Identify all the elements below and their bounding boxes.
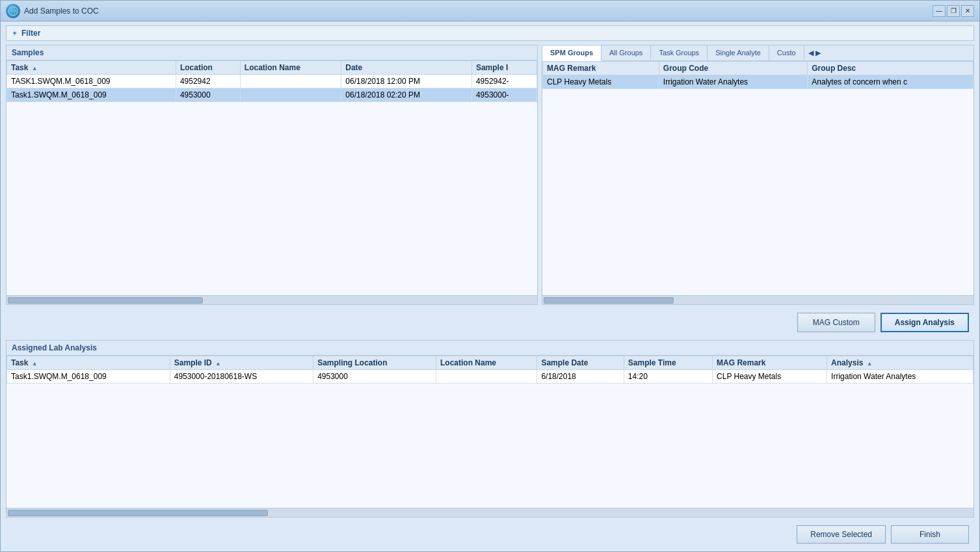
assigned-panel: Assigned Lab Analysis Task ▲ Sample ID ▲… bbox=[6, 340, 974, 518]
sample-task-cell: Task1.SWQM.M_0618_009 bbox=[7, 88, 176, 102]
bottom-buttons-row: Remove Selected Finish bbox=[6, 521, 974, 547]
assign-analysis-button[interactable]: Assign Analysis bbox=[881, 313, 969, 332]
assigned-task-sort-icon: ▲ bbox=[32, 360, 38, 367]
sample-id-cell: 4952942- bbox=[471, 75, 536, 88]
group-code-cell: Irrigation Water Analytes bbox=[659, 75, 807, 89]
tab-spm-groups[interactable]: SPM Groups bbox=[542, 46, 602, 61]
filter-bar: ✦ Filter bbox=[6, 25, 974, 41]
window-title: Add Samples to COC bbox=[24, 7, 99, 16]
groups-col-group-code[interactable]: Group Code bbox=[659, 62, 807, 75]
sample-task-cell: TASK1.SWQM.M_0618_009 bbox=[7, 75, 176, 88]
assigned-mag-remark-cell: CLP Heavy Metals bbox=[713, 370, 827, 384]
samples-col-task[interactable]: Task ▲ bbox=[7, 61, 176, 75]
filter-label: Filter bbox=[21, 29, 40, 38]
sample-location-name-cell bbox=[240, 88, 341, 102]
samples-col-sample-id[interactable]: Sample I bbox=[471, 61, 536, 75]
filter-icon: ✦ bbox=[12, 29, 18, 38]
tab-scroll-arrow[interactable]: ◀ ▶ bbox=[804, 46, 825, 60]
samples-col-location[interactable]: Location bbox=[176, 61, 240, 75]
groups-table-container[interactable]: MAG Remark Group Code Group Desc CLP Hea… bbox=[542, 61, 973, 295]
restore-button[interactable]: ❐ bbox=[947, 5, 960, 17]
assigned-analysis-cell: Irrigation Water Analytes bbox=[827, 370, 973, 384]
samples-col-location-name[interactable]: Location Name bbox=[240, 61, 341, 75]
samples-col-date[interactable]: Date bbox=[341, 61, 472, 75]
remove-selected-button[interactable]: Remove Selected bbox=[797, 525, 886, 544]
sample-location-cell: 4952942 bbox=[176, 75, 240, 88]
sample-date-cell: 06/18/2018 02:20 PM bbox=[341, 88, 472, 102]
groups-col-group-desc[interactable]: Group Desc bbox=[808, 62, 973, 75]
middle-buttons-row: MAG Custom Assign Analysis bbox=[6, 309, 974, 336]
group-mag-remark-cell: CLP Heavy Metals bbox=[543, 75, 659, 89]
tab-single-analyte[interactable]: Single Analyte bbox=[708, 46, 769, 60]
groups-table-row[interactable]: CLP Heavy Metals Irrigation Water Analyt… bbox=[543, 75, 973, 89]
samples-table-row[interactable]: TASK1.SWQM.M_0618_009 4952942 06/18/2018… bbox=[7, 75, 537, 88]
close-button[interactable]: ✕ bbox=[961, 5, 974, 17]
app-icon bbox=[6, 4, 20, 18]
samples-scrollbar[interactable] bbox=[7, 295, 537, 304]
assigned-panel-header: Assigned Lab Analysis bbox=[7, 341, 973, 356]
assigned-scrollbar[interactable] bbox=[7, 508, 973, 517]
samples-table-container[interactable]: Task ▲ Location Location Name Date Sampl… bbox=[7, 60, 537, 295]
groups-panel: SPM Groups All Groups Task Groups Single… bbox=[542, 45, 974, 305]
group-desc-cell: Analytes of concern when c bbox=[808, 75, 973, 89]
minimize-button[interactable]: — bbox=[933, 5, 946, 17]
tab-all-groups[interactable]: All Groups bbox=[602, 46, 651, 60]
mag-custom-button[interactable]: MAG Custom bbox=[797, 313, 875, 332]
groups-scrollbar[interactable] bbox=[542, 295, 973, 304]
groups-col-mag-remark[interactable]: MAG Remark bbox=[543, 62, 659, 75]
samples-table: Task ▲ Location Location Name Date Sampl… bbox=[7, 60, 537, 102]
assigned-table: Task ▲ Sample ID ▲ Sampling Location Loc… bbox=[7, 356, 973, 384]
samples-panel-header: Samples bbox=[7, 46, 537, 60]
groups-table: MAG Remark Group Code Group Desc CLP Hea… bbox=[542, 61, 973, 89]
assigned-table-container[interactable]: Task ▲ Sample ID ▲ Sampling Location Loc… bbox=[7, 356, 973, 508]
assigned-location-name-cell bbox=[436, 370, 536, 384]
tabs-bar: SPM Groups All Groups Task Groups Single… bbox=[542, 46, 973, 61]
window-content: ✦ Filter Samples Task ▲ Location bbox=[1, 21, 979, 551]
title-bar-controls: — ❐ ✕ bbox=[933, 5, 974, 17]
assigned-col-sample-id[interactable]: Sample ID ▲ bbox=[170, 356, 313, 370]
samples-table-row[interactable]: Task1.SWQM.M_0618_009 4953000 06/18/2018… bbox=[7, 88, 537, 102]
assigned-col-sample-date[interactable]: Sample Date bbox=[537, 356, 624, 370]
assigned-sample-id-cell: 4953000-20180618-WS bbox=[170, 370, 313, 384]
sample-date-cell: 06/18/2018 12:00 PM bbox=[341, 75, 472, 88]
main-panels: Samples Task ▲ Location Location Name Da… bbox=[6, 45, 974, 305]
assigned-col-analysis[interactable]: Analysis ▲ bbox=[827, 356, 973, 370]
title-bar: Add Samples to COC — ❐ ✕ bbox=[1, 1, 979, 21]
assigned-table-row[interactable]: Task1.SWQM.M_0618_009 4953000-20180618-W… bbox=[7, 370, 973, 384]
assigned-col-task[interactable]: Task ▲ bbox=[7, 356, 170, 370]
assigned-col-mag-remark[interactable]: MAG Remark bbox=[713, 356, 827, 370]
assigned-col-location-name[interactable]: Location Name bbox=[436, 356, 536, 370]
sample-location-name-cell bbox=[240, 75, 341, 88]
tab-task-groups[interactable]: Task Groups bbox=[651, 46, 708, 60]
assigned-sampling-location-cell: 4953000 bbox=[313, 370, 436, 384]
finish-button[interactable]: Finish bbox=[891, 525, 969, 544]
main-window: Add Samples to COC — ❐ ✕ ✦ Filter Sample… bbox=[0, 0, 980, 552]
sample-id-cell: 4953000- bbox=[471, 88, 536, 102]
samples-panel: Samples Task ▲ Location Location Name Da… bbox=[6, 45, 538, 305]
assigned-scroll-thumb[interactable] bbox=[8, 510, 268, 516]
samples-scroll-thumb[interactable] bbox=[8, 297, 203, 304]
assigned-analysis-sort-icon: ▲ bbox=[867, 360, 873, 367]
assigned-sample-date-cell: 6/18/2018 bbox=[537, 370, 624, 384]
assigned-col-sampling-location[interactable]: Sampling Location bbox=[313, 356, 436, 370]
groups-scroll-thumb[interactable] bbox=[544, 297, 674, 304]
tab-custo[interactable]: Custo bbox=[769, 46, 804, 60]
sample-location-cell: 4953000 bbox=[176, 88, 240, 102]
assigned-sample-time-cell: 14:20 bbox=[624, 370, 712, 384]
assigned-sample-sort-icon: ▲ bbox=[215, 360, 221, 367]
assigned-task-cell: Task1.SWQM.M_0618_009 bbox=[7, 370, 170, 384]
title-bar-left: Add Samples to COC bbox=[6, 4, 99, 18]
task-sort-icon: ▲ bbox=[32, 65, 38, 72]
assigned-col-sample-time[interactable]: Sample Time bbox=[624, 356, 712, 370]
